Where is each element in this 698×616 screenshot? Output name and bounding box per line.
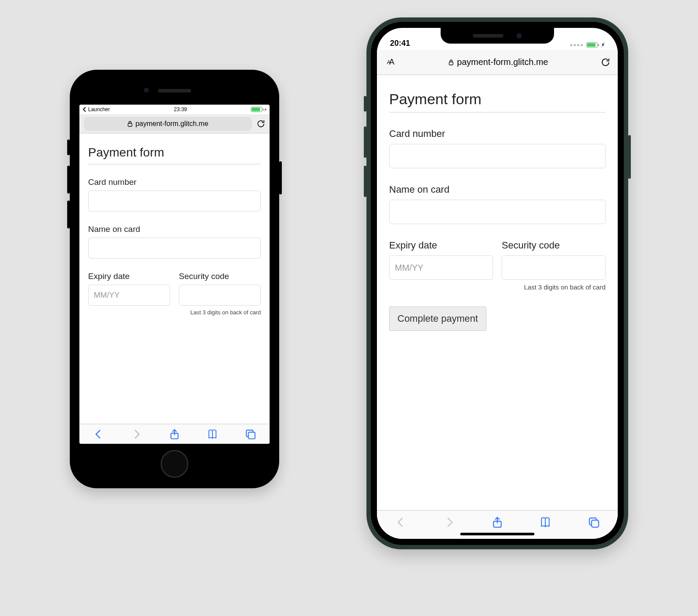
safari-address-bar: payment-form.glitch.me [79,114,270,133]
cvc-input[interactable] [179,285,261,306]
mute-switch [364,96,366,112]
iphone11-device: 20:41 ⚡︎ AA payment-form.glit [366,17,628,549]
complete-payment-button[interactable]: Complete payment [389,306,486,331]
url-field[interactable]: payment-form.glitch.me [84,117,252,131]
signal-icon [570,44,583,46]
expiry-input[interactable] [88,285,170,306]
cvc-helper: Last 3 digits on back of card [502,283,606,291]
expiry-group: Expiry date [389,240,493,291]
bookmarks-icon[interactable] [206,428,219,440]
card-number-input[interactable] [389,144,606,168]
tabs-icon[interactable] [587,516,600,529]
card-number-input[interactable] [88,191,261,211]
expiry-label: Expiry date [88,272,170,281]
expiry-label: Expiry date [389,240,493,251]
power-button [279,161,282,194]
reader-view-button[interactable]: AA [384,58,396,67]
front-camera [517,33,522,38]
mute-switch [67,140,70,155]
page-title: Payment form [389,91,606,112]
safari-address-bar: AA payment-form.glitch.me [377,50,618,75]
svg-rect-3 [249,432,255,439]
volume-down-button [364,166,366,197]
url-text: payment-form.glitch.me [135,120,208,128]
forward-icon [130,428,143,440]
url-field[interactable]: payment-form.glitch.me [402,57,594,67]
iphone8-device: Launcher 23:39 ⚡︎ payment-form.glitch.me [70,70,279,488]
name-group: Name on card [88,225,261,259]
cvc-input[interactable] [502,255,606,280]
iphone8-bezel: Launcher 23:39 ⚡︎ payment-form.glitch.me [74,74,275,484]
power-button [628,135,631,179]
name-label: Name on card [389,184,606,195]
expiry-group: Expiry date [88,272,170,316]
page-content: Payment form Card number Name on card Ex… [79,133,270,424]
safari-toolbar [79,424,270,444]
iphone8-screen: Launcher 23:39 ⚡︎ payment-form.glitch.me [79,105,270,444]
page-content: Payment form Card number Name on card Ex… [377,75,618,510]
cvc-group: Security code Last 3 digits on back of c… [502,240,606,291]
notch [441,28,554,44]
status-time: 23:39 [110,106,251,112]
home-indicator[interactable] [460,533,534,535]
volume-down-button [67,201,70,228]
svg-rect-4 [449,62,453,65]
name-input[interactable] [389,200,606,224]
iphone11-screen: 20:41 ⚡︎ AA payment-form.glit [377,28,618,539]
name-label: Name on card [88,225,261,234]
forward-icon [443,516,456,529]
expiry-cvc-row: Expiry date Security code Last 3 digits … [389,240,606,291]
share-icon[interactable] [168,428,181,440]
url-text: payment-form.glitch.me [457,57,548,67]
svg-rect-0 [128,123,132,126]
expiry-input[interactable] [389,255,493,280]
iphone11-bezel: 20:41 ⚡︎ AA payment-form.glit [371,22,624,545]
cvc-group: Security code Last 3 digits on back of c… [179,272,261,316]
lock-icon [448,59,454,65]
status-time: 20:41 [390,39,410,48]
back-icon[interactable] [92,428,105,440]
status-right: ⚡︎ [570,42,605,48]
card-number-group: Card number [389,128,606,168]
volume-up-button [364,126,366,158]
battery-icon [251,107,262,112]
volume-up-button [67,166,70,194]
reload-icon [257,119,265,128]
charging-icon: ⚡︎ [264,107,267,112]
battery-icon [586,42,598,48]
tabs-icon[interactable] [244,428,257,440]
share-icon[interactable] [491,516,504,529]
front-camera [144,88,149,92]
lock-icon [127,121,133,127]
page-title: Payment form [88,146,261,164]
card-number-group: Card number [88,177,261,211]
name-input[interactable] [88,238,261,259]
cvc-label: Security code [179,272,261,281]
cvc-label: Security code [502,240,606,251]
earpiece [473,34,503,37]
earpiece [158,89,191,92]
expiry-cvc-row: Expiry date Security code Last 3 digits … [88,272,261,316]
name-group: Name on card [389,184,606,224]
card-number-label: Card number [389,128,606,140]
svg-rect-7 [592,520,599,527]
card-number-label: Card number [88,177,261,187]
back-icon [394,516,407,529]
reload-icon [601,58,610,67]
chevron-left-icon [82,107,87,112]
cvc-helper: Last 3 digits on back of card [179,309,261,316]
back-to-app-label: Launcher [88,106,110,112]
charging-icon: ⚡︎ [601,42,605,48]
reload-button[interactable] [600,58,611,67]
back-to-app[interactable]: Launcher [82,106,110,112]
battery-indicator: ⚡︎ [251,107,267,112]
home-button[interactable] [161,450,188,478]
status-bar: Launcher 23:39 ⚡︎ [79,105,270,114]
bookmarks-icon[interactable] [539,516,552,529]
reload-button[interactable] [257,119,265,128]
